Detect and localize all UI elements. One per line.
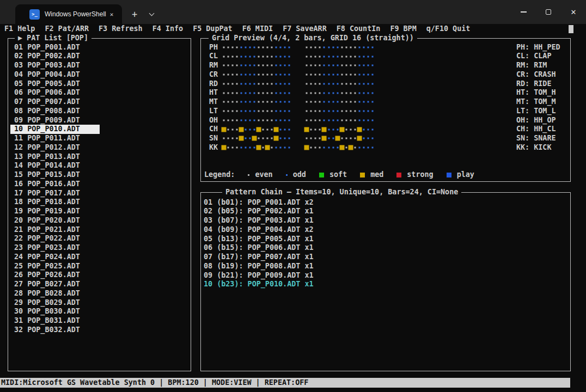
powershell-tab[interactable]: >_ Windows PowerShell ✕ (15, 4, 122, 24)
pat-list-item[interactable]: 11 POP_P011.ADT (10, 134, 100, 143)
pat-list-item[interactable]: 22 POP_P022.ADT (10, 234, 100, 243)
grid-row-lt: LT (209, 107, 375, 116)
grid-step-dot (261, 61, 265, 70)
minimize-button[interactable] (511, 0, 536, 24)
pat-list-item[interactable]: 16 POP_P016.ADT (10, 180, 100, 189)
chain-item[interactable]: 05 (b13): POP_P005.ADT x1 (204, 235, 314, 244)
chain-item[interactable]: 06 (b15): POP_P006.ADT x1 (204, 243, 314, 253)
grid-step-dot (261, 70, 265, 79)
grid-step-dot (326, 70, 331, 79)
pat-list-item[interactable]: 05 POP_P005.ADT (10, 79, 100, 89)
grid-step-dot (226, 61, 230, 70)
legend-entry-label: odd (293, 170, 306, 180)
chain-item[interactable]: 04 (b09): POP_P004.ADT x2 (204, 225, 314, 235)
pat-list-item[interactable]: 29 POP_B029.ADT (10, 298, 100, 308)
grid-step-dot (230, 134, 235, 143)
grid-step-dot (353, 70, 357, 79)
grid-step-dot (283, 97, 287, 107)
chain-item[interactable]: 10 (b23): POP_P010.ADT x1 (204, 280, 314, 289)
grid-step-dot (243, 70, 248, 79)
grid-step-dot (230, 125, 235, 134)
grid-step-dot (265, 107, 270, 116)
grid-step-dot (283, 143, 287, 152)
grid-step-dot (318, 107, 322, 116)
grid-step-dot (278, 116, 283, 125)
pat-list-item[interactable]: 25 POP_P025.ADT (10, 262, 100, 271)
grid-step-dot (283, 52, 287, 61)
chain-item[interactable]: 01 (b01): POP_P001.ADT x2 (204, 198, 314, 207)
grid-step-dot (304, 61, 309, 70)
grid-step-dot (366, 43, 370, 52)
grid-step-dot (261, 79, 265, 89)
grid-row-label: SN (209, 134, 222, 143)
chain-item[interactable]: 09 (b21): POP_P009.ADT x1 (204, 271, 314, 280)
grid-step-dot (313, 116, 318, 125)
grid-step-dot (235, 88, 239, 97)
pat-list-item[interactable]: 07 POP_P007.ADT (10, 97, 100, 107)
pat-list-item[interactable]: 12 POP_P012.ADT (10, 143, 100, 152)
new-tab-button[interactable]: + (127, 7, 142, 22)
pat-list-item[interactable]: 06 POP_P006.ADT (10, 88, 100, 97)
pat-list-item[interactable]: 03 POP_P003.ADT (10, 61, 100, 70)
tab-dropdown-button[interactable] (145, 7, 158, 22)
grid-step-dot (283, 88, 287, 97)
menu-item-f1[interactable]: F1 Help (4, 24, 35, 34)
grid-step-dot (222, 79, 226, 89)
grid-hit (257, 143, 261, 152)
tab-close-icon[interactable]: ✕ (107, 9, 117, 19)
chain-item[interactable]: 03 (b07): POP_P003.ADT x1 (204, 216, 314, 225)
grid-step-dot (340, 97, 344, 107)
pat-list-item[interactable]: 27 POP_B027.ADT (10, 280, 100, 289)
menu-item-f7[interactable]: F7 SaveARR (283, 24, 327, 34)
menu-item-f2[interactable]: F2 Pat/ARR (45, 24, 89, 34)
menu-item-f5[interactable]: F5 DupPat (193, 24, 233, 34)
pat-list-item[interactable]: 14 POP_P014.ADT (10, 161, 100, 170)
pat-list-item[interactable]: 28 POP_B028.ADT (10, 289, 100, 298)
grid-step-dot (309, 88, 313, 97)
grid-step-dot (283, 79, 287, 89)
grid-step-dot (370, 107, 375, 116)
grid-step-dot (222, 61, 226, 70)
grid-step-dot (243, 79, 248, 89)
pat-list-item[interactable]: 20 POP_P020.ADT (10, 216, 100, 225)
drum-key-sn: SN: SNARE (516, 134, 556, 143)
pat-list-item[interactable]: 13 POP_P013.ADT (10, 152, 100, 162)
pat-list-item[interactable]: 09 POP_P009.ADT (10, 116, 100, 125)
pat-list-item[interactable]: 21 POP_P021.ADT (10, 225, 100, 235)
pat-list-item[interactable]: 31 POP_B031.ADT (10, 316, 100, 326)
menu-item-f8[interactable]: F8 CountIn (337, 24, 381, 34)
grid-step-dot (274, 61, 278, 70)
pat-list-item[interactable]: 04 POP_P004.ADT (10, 70, 100, 79)
pat-list-item[interactable]: 18 POP_P018.ADT (10, 198, 100, 207)
menu-item-f6[interactable]: F6 MIDI (242, 24, 273, 34)
pat-list-item[interactable]: 08 POP_P008.ADT (10, 107, 100, 116)
grid-step-dot (313, 43, 318, 52)
pat-list-item[interactable]: 32 POP_B032.ADT (10, 326, 100, 335)
pat-list-item[interactable]: 26 POP_P026.ADT (10, 271, 100, 280)
maximize-button[interactable] (536, 0, 561, 24)
close-button[interactable]: ✕ (561, 0, 586, 24)
grid-row-label: LT (209, 107, 222, 116)
grid-step-dot (335, 43, 340, 52)
menu-item-f3[interactable]: F3 Refresh (99, 24, 143, 34)
pat-list-item[interactable]: 10 POP_P010.ADT (10, 125, 100, 134)
grid-step-dot (226, 43, 230, 52)
menu-item-f9[interactable]: F9 BPM (390, 24, 416, 34)
pat-list-item[interactable]: 19 POP_P019.ADT (10, 207, 100, 216)
pat-list-item[interactable]: 17 POP_P017.ADT (10, 189, 100, 198)
grid-step-dot (287, 88, 291, 97)
grid-step-dot (265, 88, 270, 97)
chain-item[interactable]: 02 (b05): POP_P002.ADT x1 (204, 207, 314, 216)
chain-item[interactable]: 07 (b17): POP_P007.ADT x1 (204, 253, 314, 262)
grid-step-dot (335, 107, 340, 116)
pat-list-item[interactable]: 01 POP_P001.ADT (10, 43, 100, 52)
pat-list-item[interactable]: 15 POP_P015.ADT (10, 170, 100, 180)
pat-list-item[interactable]: 24 POP_P024.ADT (10, 253, 100, 262)
chain-item[interactable]: 08 (b19): POP_P008.ADT x1 (204, 262, 314, 271)
grid-step-dot (248, 43, 252, 52)
menu-item-q-f10[interactable]: q/F10 Quit (426, 24, 471, 34)
menu-item-f4[interactable]: F4 Info (152, 24, 183, 34)
pat-list-item[interactable]: 23 POP_P023.ADT (10, 243, 100, 253)
pat-list-item[interactable]: 30 POP_B030.ADT (10, 307, 100, 316)
pat-list-item[interactable]: 02 POP_P002.ADT (10, 52, 100, 61)
